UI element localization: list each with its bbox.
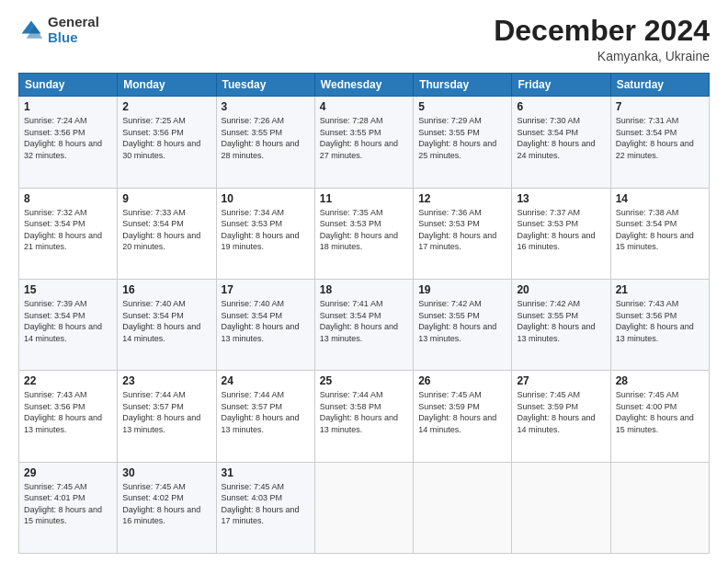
day-info: Sunrise: 7:45 AMSunset: 4:03 PMDaylight:… <box>222 482 300 526</box>
day-info: Sunrise: 7:45 AMSunset: 4:00 PMDaylight:… <box>616 390 694 434</box>
month-title: December 2024 <box>494 15 710 47</box>
day-info: Sunrise: 7:44 AMSunset: 3:58 PMDaylight:… <box>320 390 398 434</box>
day-info: Sunrise: 7:42 AMSunset: 3:55 PMDaylight:… <box>418 299 496 343</box>
week-row-5: 29Sunrise: 7:45 AMSunset: 4:01 PMDayligh… <box>19 462 710 553</box>
col-header-wednesday: Wednesday <box>314 74 413 97</box>
day-number: 13 <box>517 192 605 205</box>
day-number: 22 <box>24 374 112 387</box>
empty-cell <box>512 462 610 553</box>
day-number: 14 <box>616 192 704 205</box>
day-info: Sunrise: 7:42 AMSunset: 3:55 PMDaylight:… <box>517 299 595 343</box>
day-info: Sunrise: 7:43 AMSunset: 3:56 PMDaylight:… <box>616 299 694 343</box>
day-cell-22: 22Sunrise: 7:43 AMSunset: 3:56 PMDayligh… <box>19 371 118 462</box>
day-number: 2 <box>122 100 210 113</box>
day-info: Sunrise: 7:45 AMSunset: 3:59 PMDaylight:… <box>418 390 496 434</box>
day-cell-6: 6Sunrise: 7:30 AMSunset: 3:54 PMDaylight… <box>512 97 610 188</box>
day-info: Sunrise: 7:44 AMSunset: 3:57 PMDaylight:… <box>222 390 300 434</box>
day-info: Sunrise: 7:44 AMSunset: 3:57 PMDaylight:… <box>122 390 200 434</box>
day-cell-15: 15Sunrise: 7:39 AMSunset: 3:54 PMDayligh… <box>19 279 118 370</box>
title-block: December 2024 Kamyanka, Ukraine <box>494 15 710 63</box>
day-info: Sunrise: 7:43 AMSunset: 3:56 PMDaylight:… <box>24 390 102 434</box>
day-number: 3 <box>222 100 310 113</box>
day-info: Sunrise: 7:41 AMSunset: 3:54 PMDaylight:… <box>320 299 398 343</box>
day-cell-14: 14Sunrise: 7:38 AMSunset: 3:54 PMDayligh… <box>610 188 709 279</box>
day-cell-16: 16Sunrise: 7:40 AMSunset: 3:54 PMDayligh… <box>118 279 216 370</box>
day-cell-4: 4Sunrise: 7:28 AMSunset: 3:55 PMDaylight… <box>314 97 413 188</box>
day-number: 6 <box>517 100 605 113</box>
day-number: 20 <box>517 283 605 296</box>
day-number: 4 <box>320 100 408 113</box>
calendar-table: SundayMondayTuesdayWednesdayThursdayFrid… <box>18 73 710 554</box>
day-number: 11 <box>320 192 408 205</box>
day-number: 12 <box>418 192 506 205</box>
day-info: Sunrise: 7:29 AMSunset: 3:55 PMDaylight:… <box>418 116 496 160</box>
day-info: Sunrise: 7:40 AMSunset: 3:54 PMDaylight:… <box>222 299 300 343</box>
day-info: Sunrise: 7:28 AMSunset: 3:55 PMDaylight:… <box>320 116 398 160</box>
day-info: Sunrise: 7:35 AMSunset: 3:53 PMDaylight:… <box>320 208 398 252</box>
col-header-monday: Monday <box>118 74 216 97</box>
header: General Blue December 2024 Kamyanka, Ukr… <box>18 15 710 63</box>
col-header-friday: Friday <box>512 74 610 97</box>
day-cell-27: 27Sunrise: 7:45 AMSunset: 3:59 PMDayligh… <box>512 371 610 462</box>
day-cell-28: 28Sunrise: 7:45 AMSunset: 4:00 PMDayligh… <box>610 371 709 462</box>
logo-general: General <box>48 14 99 29</box>
day-info: Sunrise: 7:34 AMSunset: 3:53 PMDaylight:… <box>222 208 300 252</box>
day-number: 21 <box>616 283 704 296</box>
day-cell-24: 24Sunrise: 7:44 AMSunset: 3:57 PMDayligh… <box>216 371 314 462</box>
day-info: Sunrise: 7:45 AMSunset: 4:01 PMDaylight:… <box>24 482 102 526</box>
day-info: Sunrise: 7:26 AMSunset: 3:55 PMDaylight:… <box>222 116 300 160</box>
week-row-1: 1Sunrise: 7:24 AMSunset: 3:56 PMDaylight… <box>19 97 710 188</box>
day-number: 25 <box>320 374 408 387</box>
day-info: Sunrise: 7:33 AMSunset: 3:54 PMDaylight:… <box>122 208 200 252</box>
col-header-sunday: Sunday <box>19 74 118 97</box>
empty-cell <box>414 462 512 553</box>
day-info: Sunrise: 7:31 AMSunset: 3:54 PMDaylight:… <box>616 116 694 160</box>
day-number: 31 <box>222 466 310 479</box>
subtitle: Kamyanka, Ukraine <box>494 49 710 63</box>
day-cell-5: 5Sunrise: 7:29 AMSunset: 3:55 PMDaylight… <box>414 97 512 188</box>
day-info: Sunrise: 7:40 AMSunset: 3:54 PMDaylight:… <box>122 299 200 343</box>
empty-cell <box>314 462 413 553</box>
day-number: 19 <box>418 283 506 296</box>
week-row-2: 8Sunrise: 7:32 AMSunset: 3:54 PMDaylight… <box>19 188 710 279</box>
col-header-thursday: Thursday <box>414 74 512 97</box>
day-cell-30: 30Sunrise: 7:45 AMSunset: 4:02 PMDayligh… <box>118 462 216 553</box>
header-row: SundayMondayTuesdayWednesdayThursdayFrid… <box>19 74 710 97</box>
day-number: 8 <box>24 192 112 205</box>
day-number: 24 <box>222 374 310 387</box>
col-header-saturday: Saturday <box>610 74 709 97</box>
day-info: Sunrise: 7:39 AMSunset: 3:54 PMDaylight:… <box>24 299 102 343</box>
day-cell-13: 13Sunrise: 7:37 AMSunset: 3:53 PMDayligh… <box>512 188 610 279</box>
col-header-tuesday: Tuesday <box>216 74 314 97</box>
page: General Blue December 2024 Kamyanka, Ukr… <box>0 0 728 563</box>
day-number: 10 <box>222 192 310 205</box>
day-cell-10: 10Sunrise: 7:34 AMSunset: 3:53 PMDayligh… <box>216 188 314 279</box>
day-number: 15 <box>24 283 112 296</box>
day-info: Sunrise: 7:24 AMSunset: 3:56 PMDaylight:… <box>24 116 102 160</box>
day-info: Sunrise: 7:32 AMSunset: 3:54 PMDaylight:… <box>24 208 102 252</box>
day-number: 30 <box>122 466 210 479</box>
week-row-4: 22Sunrise: 7:43 AMSunset: 3:56 PMDayligh… <box>19 371 710 462</box>
day-cell-23: 23Sunrise: 7:44 AMSunset: 3:57 PMDayligh… <box>118 371 216 462</box>
day-number: 7 <box>616 100 704 113</box>
day-number: 28 <box>616 374 704 387</box>
logo-icon <box>18 17 44 43</box>
day-number: 23 <box>122 374 210 387</box>
logo-blue: Blue <box>48 29 78 45</box>
day-cell-17: 17Sunrise: 7:40 AMSunset: 3:54 PMDayligh… <box>216 279 314 370</box>
day-cell-26: 26Sunrise: 7:45 AMSunset: 3:59 PMDayligh… <box>414 371 512 462</box>
day-number: 5 <box>418 100 506 113</box>
day-info: Sunrise: 7:37 AMSunset: 3:53 PMDaylight:… <box>517 208 595 252</box>
day-cell-18: 18Sunrise: 7:41 AMSunset: 3:54 PMDayligh… <box>314 279 413 370</box>
day-cell-12: 12Sunrise: 7:36 AMSunset: 3:53 PMDayligh… <box>414 188 512 279</box>
day-cell-7: 7Sunrise: 7:31 AMSunset: 3:54 PMDaylight… <box>610 97 709 188</box>
day-cell-19: 19Sunrise: 7:42 AMSunset: 3:55 PMDayligh… <box>414 279 512 370</box>
day-cell-8: 8Sunrise: 7:32 AMSunset: 3:54 PMDaylight… <box>19 188 118 279</box>
day-cell-21: 21Sunrise: 7:43 AMSunset: 3:56 PMDayligh… <box>610 279 709 370</box>
logo: General Blue <box>18 15 99 45</box>
day-cell-20: 20Sunrise: 7:42 AMSunset: 3:55 PMDayligh… <box>512 279 610 370</box>
day-number: 27 <box>517 374 605 387</box>
day-info: Sunrise: 7:45 AMSunset: 4:02 PMDaylight:… <box>122 482 200 526</box>
day-number: 16 <box>122 283 210 296</box>
day-cell-9: 9Sunrise: 7:33 AMSunset: 3:54 PMDaylight… <box>118 188 216 279</box>
